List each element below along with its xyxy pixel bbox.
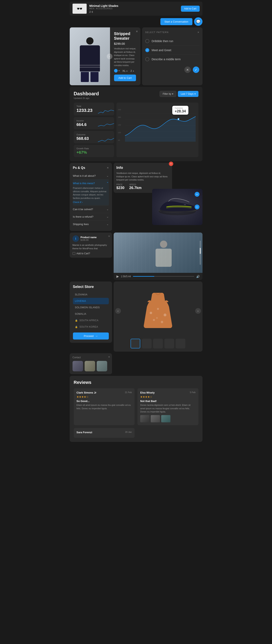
pattern-close-button[interactable]: × <box>198 31 199 34</box>
dashboard-title: Dashboard <box>74 91 99 96</box>
store-item-somalia[interactable]: Somalia <box>73 311 109 317</box>
svg-point-10 <box>157 308 159 310</box>
reviews-section: Reviews Clark Simons Jr 21 Feb ★★★★☆ So … <box>70 376 202 442</box>
faq-close-button[interactable]: × <box>107 166 108 170</box>
video-player: ▶ 1:56/5:44 🔊 <box>114 232 202 280</box>
shoe-plus-top[interactable]: + <box>195 192 200 197</box>
review-card-2: Elsa Wisely 5 Feb ★★★★☆ Not that Bad! Do… <box>138 388 198 425</box>
fashion-next-button[interactable]: › <box>195 308 201 314</box>
faq-link[interactable]: Check it! › <box>73 201 109 203</box>
review-date-1: 21 Feb <box>125 391 132 394</box>
stat-growth: Growth Rate +67% <box>74 145 114 157</box>
sweater-close[interactable]: × <box>136 30 138 34</box>
faq-item-1[interactable]: What is it all about? ⌄ <box>73 172 109 180</box>
chevron-down-icon-2: ⌄ <box>106 208 109 211</box>
store-item-slovakia[interactable]: Slovakia <box>73 291 109 298</box>
notify-close-button[interactable]: × <box>108 234 110 238</box>
qty-stepper[interactable] <box>92 11 93 13</box>
fashion-thumb-5[interactable] <box>176 339 185 348</box>
notify-info-icon: ℹ <box>72 235 79 242</box>
review-date-3: 20 Jan <box>125 431 132 433</box>
pattern-cancel-button[interactable]: ✕ <box>184 66 191 73</box>
review-text-2: Donec lacinia dignissim sem ut hen-dreri… <box>140 404 196 414</box>
video-progress-bar[interactable] <box>133 276 194 277</box>
volume-button[interactable]: 🔊 <box>196 275 200 278</box>
stat-total-label: Total <box>76 105 111 108</box>
fashion-thumb-1[interactable] <box>130 339 140 348</box>
review-image-3 <box>161 415 170 422</box>
notify-add-to-cart-checkbox[interactable]: Add to Cart? <box>72 252 109 255</box>
sweater-description: Vestibulum nisl neque, dignissim at fini… <box>114 47 136 67</box>
store-selector: Select Store Slovakia Lovenia Solomon Is… <box>70 282 112 343</box>
contact-person-2 <box>84 361 95 371</box>
stat-total: Total 1233.23 <box>74 102 114 116</box>
add-to-cart-button[interactable]: Add to Cart <box>181 6 200 12</box>
stat-growth-value: +67% <box>76 150 111 155</box>
faq-item-3[interactable]: Can it be solved? ⌄ <box>73 206 109 213</box>
stat-income: Income 664.6 <box>74 117 114 129</box>
store-item-south-africa[interactable]: 🔒 South Africa <box>73 317 109 324</box>
contact-label: Contact <box>72 356 109 359</box>
pattern-title: SELECT PATTERN <box>145 31 169 34</box>
review-title-2: Not that Bad! <box>140 400 196 402</box>
sweater-add-to-cart-button[interactable]: Add to Cart <box>114 74 136 81</box>
review-stars-2: ★★★★☆ <box>140 395 196 398</box>
size-selector[interactable]: XL▴ <box>122 69 128 72</box>
store-item-solomon[interactable]: Solomon Islands <box>73 304 109 311</box>
chevron-up-icon: ⌃ <box>106 182 109 185</box>
pattern-confirm-button[interactable]: ✓ <box>193 66 199 73</box>
fashion-thumb-3[interactable] <box>153 339 163 348</box>
play-button[interactable]: ▶ <box>116 274 119 278</box>
info-description: Vestibulum nisl neque, dignissim at fini… <box>116 172 169 182</box>
pattern-item-2[interactable]: ✓ Meet and Greet <box>145 46 199 55</box>
review-card-3: Sara Forenzi 20 Jan <box>74 428 135 438</box>
store-item-south-korea[interactable]: 🔒 South Korea <box>73 324 109 330</box>
notify-description: Marnie is an aesthetic photography theme… <box>72 244 109 250</box>
pattern-item-1[interactable]: Dribbble then run <box>145 37 199 46</box>
contact-card: × Contact <box>70 353 112 374</box>
sweater-card: › × Stripped Sweater $299.00 Vestibulum … <box>70 28 140 85</box>
last7days-button[interactable]: Last 7 Days ▾ <box>178 91 198 97</box>
chevron-down-icon-4: ⌄ <box>106 222 109 226</box>
faq-item-5[interactable]: Shipping fees ⌄ <box>73 220 109 228</box>
fashion-prev-button[interactable]: ‹ <box>115 308 121 314</box>
faq-title: Ps & Qs <box>73 166 85 170</box>
faq-panel: Ps & Qs × What is it all about? ⌄ What i… <box>70 163 112 231</box>
fashion-thumb-2[interactable] <box>142 339 152 348</box>
shoe-plus-mid[interactable]: + <box>195 204 200 209</box>
svg-point-11 <box>164 314 166 316</box>
product-category: MEN. ACCESSORIES <box>90 8 181 10</box>
proceed-button[interactable]: Proceed → <box>73 332 109 340</box>
faq-item-2[interactable]: What is this mess? ⌃ Praesent ullamcorpe… <box>73 180 109 206</box>
info-title: Info <box>116 166 169 170</box>
dashboard-updated: Updated 2h ago <box>74 97 99 99</box>
dashboard-section: Dashboard Updated 2h ago Filter by ▾ Las… <box>70 87 202 161</box>
currency-tooltip: Currency +28.34 <box>172 106 188 115</box>
quantity-selector[interactable]: 2▴ <box>130 69 134 72</box>
store-item-lovenia[interactable]: Lovenia <box>73 298 109 304</box>
filter-by-button[interactable]: Filter by ▾ <box>160 91 176 97</box>
video-time: 1:56/5:44 <box>121 275 131 278</box>
product-name: Minimal Light Shades <box>90 4 181 8</box>
store-title: Select Store <box>73 285 109 289</box>
product-qty: 2 <box>90 10 91 13</box>
start-conversation-button[interactable]: Start a Conversation <box>160 18 192 25</box>
fashion-thumbnails <box>117 339 199 348</box>
chat-bubble-button[interactable]: 💬 <box>194 17 202 26</box>
svg-point-9 <box>150 312 152 314</box>
svg-point-12 <box>153 319 155 321</box>
sweater-next-button[interactable]: › <box>107 54 112 59</box>
product-notification: × ℹ Product name $199.99 Marnie is an ae… <box>70 232 112 258</box>
review-title-1: So Good... <box>76 400 132 402</box>
pattern-item-3[interactable]: Describe a middle term <box>145 55 199 64</box>
fashion-thumb-4[interactable] <box>164 339 174 348</box>
color-selector[interactable]: ▾ <box>114 69 120 72</box>
faq-item-4[interactable]: Is there a refund? ⌄ <box>73 213 109 220</box>
reviewer-name-1: Clark Simons Jr <box>76 391 96 394</box>
reviewer-name-2: Elsa Wisely <box>140 391 154 394</box>
product-thumbnail: 🕶️ <box>72 4 87 14</box>
currency-value: +28.34 <box>175 109 186 114</box>
svg-point-14 <box>156 317 158 319</box>
contact-close-button[interactable]: × <box>108 355 110 358</box>
info-close-button[interactable]: × <box>169 162 173 166</box>
